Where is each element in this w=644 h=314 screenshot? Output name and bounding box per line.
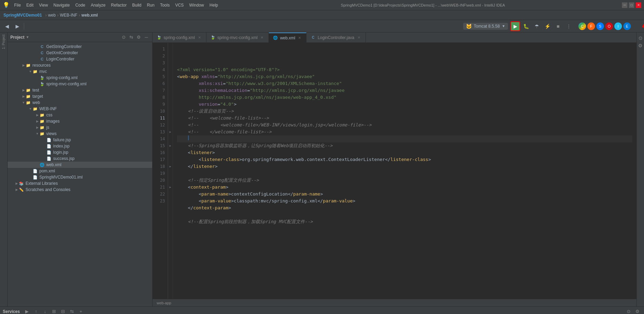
tree-item-failure-jsp[interactable]: 📄failure.jsp (8, 137, 152, 143)
menu-edit[interactable]: Edit (24, 2, 36, 8)
tree-item-index-jsp[interactable]: 📄index.jsp (8, 143, 152, 149)
services-down-button[interactable]: ↓ (41, 308, 49, 314)
close-button[interactable]: ✕ (636, 2, 641, 8)
menu-vcs[interactable]: VCS (173, 2, 186, 8)
tree-item-success-jsp[interactable]: 📄success.jsp (8, 155, 152, 162)
tree-item-resources[interactable]: ▶📁resources (8, 62, 152, 68)
more-run-button[interactable]: ⋮ (564, 21, 574, 31)
hide-button[interactable]: ─ (143, 34, 149, 40)
safari-icon[interactable]: S (596, 22, 604, 30)
tree-item-spring-config-xml[interactable]: 🍃spring-config.xml (8, 75, 152, 81)
locate-file-button[interactable]: ⊙ (120, 34, 127, 40)
services-filter-button[interactable]: ⊟ (59, 308, 67, 314)
tree-item-label: web.xml (46, 162, 61, 167)
tree-item-views[interactable]: ▼📁views (8, 131, 152, 137)
menu-run[interactable]: Run (145, 2, 157, 8)
menu-code[interactable]: Code (73, 2, 88, 8)
menu-build[interactable]: Build (130, 2, 144, 8)
run-button[interactable]: ▶ (510, 21, 520, 31)
line-numbers: 1234567891011121314151617181920212223 (153, 43, 168, 299)
run-with-coverage-button[interactable]: ☂ (532, 21, 541, 31)
stop-button[interactable]: ■ (553, 21, 563, 31)
menu-navigate[interactable]: Navigate (51, 2, 72, 8)
code-line-15: </listener> (177, 163, 632, 170)
tree-item-label: login.jsp (53, 150, 68, 155)
fold-marker-15[interactable]: ▸ (168, 142, 173, 149)
tree-item-external-libraries[interactable]: ▶📚External Libraries (8, 180, 152, 187)
tree-item-getstringcontroller[interactable]: CGetStringController (8, 44, 152, 50)
fold-marker-5 (168, 73, 173, 80)
bc-webxml[interactable]: web.xml (81, 13, 98, 18)
tree-item-mvc[interactable]: ▼📁mvc (8, 68, 152, 75)
services-run-button[interactable]: ▶ (23, 308, 31, 314)
menu-view[interactable]: View (37, 2, 50, 8)
tab-login-controller[interactable]: C LoginController.java ✕ (306, 32, 365, 43)
file-icon: 📄 (32, 174, 38, 180)
tree-item-springmvcdemo01-iml[interactable]: 📄SpringMVCDemo01.iml (8, 174, 152, 180)
settings-button[interactable]: ⚙ (136, 34, 142, 40)
menu-file[interactable]: File (12, 2, 23, 8)
chrome-icon[interactable]: C (578, 22, 586, 30)
tree-item-pom-xml[interactable]: 📄pom.xml (8, 168, 152, 174)
tree-item-scratches-and-consoles[interactable]: ▶✏️Scratches and Consoles (8, 187, 152, 193)
edge-icon[interactable]: E (623, 22, 631, 30)
right-more-button[interactable]: ⚙ (638, 43, 643, 48)
code-line-21: </context-param> (177, 204, 632, 211)
tab-label-login-controller: LoginController.java (318, 35, 354, 40)
tree-item-getxmlcontroller[interactable]: CGetXmlController (8, 50, 152, 56)
tree-item-login-jsp[interactable]: 📄login.jsp (8, 149, 152, 155)
project-panel-controls: ⊙ ⇆ ⚙ ─ (120, 34, 149, 40)
tree-item-logincontroller[interactable]: CLoginController (8, 56, 152, 62)
opera-icon[interactable]: O (605, 22, 613, 30)
debug-button[interactable]: 🐛 (521, 21, 531, 31)
code-content[interactable]: <?xml version="1.0" encoding="UTF-8"?><w… (173, 43, 636, 299)
tab-close-spring-mvc-config[interactable]: ✕ (260, 35, 264, 40)
tree-item-web-xml[interactable]: 🌐web.xml (8, 162, 152, 168)
menu-window[interactable]: Window (187, 2, 206, 8)
fold-marker-17 (168, 156, 173, 163)
services-group-button[interactable]: ⊞ (50, 308, 58, 314)
tree-item-css[interactable]: ▶📁css (8, 112, 152, 118)
firefox-icon[interactable]: F (587, 22, 595, 30)
project-strip-label[interactable]: 1: Project (1, 32, 6, 51)
tab-close-login-controller[interactable]: ✕ (357, 35, 361, 40)
tree-item-web-inf[interactable]: ▼📁WEB-INF (8, 106, 152, 112)
back-button[interactable]: ◀ (2, 21, 12, 31)
minimize-button[interactable]: ─ (622, 2, 627, 8)
profile-button[interactable]: ⚡ (543, 21, 552, 31)
menu-refactor[interactable]: Refactor (109, 2, 129, 8)
expand-button[interactable]: ⇆ (128, 34, 134, 40)
menu-tools[interactable]: Tools (158, 2, 172, 8)
tab-web-xml[interactable]: 🌐 web.xml ✕ (269, 32, 306, 43)
tab-spring-mvc-config[interactable]: 🍃 spring-mvc-config.xml ✕ (206, 32, 269, 43)
services-gear-button[interactable]: ⚙ (634, 308, 641, 314)
maximize-button[interactable]: □ (629, 2, 634, 8)
services-expand-button[interactable]: ⇆ (68, 308, 76, 314)
services-settings-button[interactable]: ⊙ (625, 308, 632, 314)
services-add-button[interactable]: + (77, 308, 85, 314)
tree-item-spring-mvc-config-xml[interactable]: 🍃spring-mvc-config.xml (8, 81, 152, 87)
tree-item-test[interactable]: ▶📁test (8, 87, 152, 93)
tab-close-spring-config[interactable]: ✕ (197, 35, 202, 40)
services-panel-title: Services (3, 309, 20, 314)
fold-marker-21[interactable]: ▸ (168, 184, 173, 191)
fold-marker-18[interactable]: ▸ (168, 163, 173, 170)
run-config-selector[interactable]: 🐱 Tomcat 8.5.58 ▼ (463, 23, 508, 30)
tree-item-web[interactable]: ▼📁web (8, 99, 152, 106)
menu-help[interactable]: Help (207, 2, 221, 8)
bc-webinf[interactable]: WEB-INF (60, 13, 77, 18)
tree-item-images[interactable]: ▶📁images (8, 118, 152, 124)
tab-spring-config[interactable]: 🍃 spring-config.xml ✕ (153, 32, 206, 43)
fold-marker-13[interactable]: ▸ (168, 129, 173, 135)
bc-web[interactable]: web (48, 13, 56, 18)
tab-close-web-xml[interactable]: ✕ (297, 36, 302, 40)
services-up-button[interactable]: ↑ (32, 308, 40, 314)
forward-button[interactable]: ▶ (12, 21, 22, 31)
file-icon: C (39, 44, 45, 49)
project-tree: CGetStringControllerCGetXmlControllerCLo… (8, 42, 152, 306)
right-settings-button[interactable]: ⊙ (638, 35, 643, 41)
tree-item-js[interactable]: ▶📁js (8, 124, 152, 131)
tree-item-target[interactable]: ▶📁target (8, 93, 152, 99)
menu-analyze[interactable]: Analyze (88, 2, 108, 8)
ie-icon[interactable]: I (614, 22, 622, 30)
